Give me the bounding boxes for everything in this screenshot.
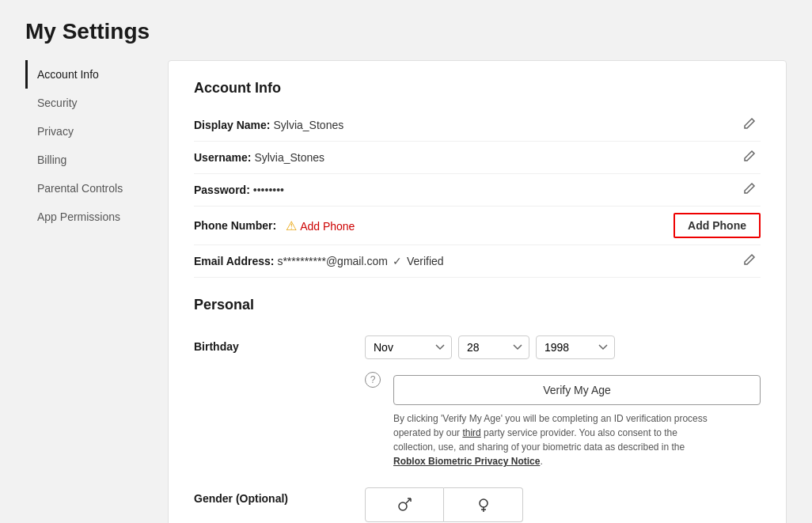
password-row: Password: •••••••• bbox=[194, 174, 761, 207]
sidebar-item-account-info[interactable]: Account Info bbox=[25, 60, 168, 89]
svg-line-1 bbox=[406, 498, 411, 503]
sidebar-item-app-permissions[interactable]: App Permissions bbox=[25, 203, 168, 231]
phone-warning-area: ⚠ Add Phone bbox=[286, 218, 355, 233]
password-edit-button[interactable] bbox=[738, 180, 761, 199]
biometric-notice-link[interactable]: Roblox Biometric Privacy Notice bbox=[393, 456, 540, 467]
birthday-year-select[interactable]: 1998 bbox=[536, 335, 615, 359]
add-phone-link[interactable]: Add Phone bbox=[300, 220, 355, 233]
gender-male-button[interactable] bbox=[365, 487, 444, 522]
username-label: Username: bbox=[194, 151, 251, 164]
account-info-title: Account Info bbox=[194, 80, 761, 97]
birthday-month-select[interactable]: Nov JanFebMarApr MayJunJulAug SepOctDec bbox=[365, 335, 452, 359]
email-edit-button[interactable] bbox=[738, 252, 761, 271]
personal-section-title: Personal bbox=[194, 297, 761, 313]
verified-checkmark-icon: ✓ bbox=[393, 255, 402, 267]
birthday-selects: Nov JanFebMarApr MayJunJulAug SepOctDec … bbox=[365, 335, 761, 359]
password-label: Password: bbox=[194, 184, 250, 196]
display-name-row: Display Name: Sylvia_Stones bbox=[194, 109, 761, 142]
gender-controls bbox=[365, 487, 761, 522]
edit-icon bbox=[743, 117, 756, 130]
phone-label: Phone Number: bbox=[194, 219, 276, 232]
gender-label: Gender (Optional) bbox=[194, 487, 352, 505]
verify-disclaimer-text: By clicking 'Verify My Age' you will be … bbox=[393, 411, 710, 468]
gender-row: Gender (Optional) bbox=[194, 478, 761, 523]
username-value: Sylvia_Stones bbox=[254, 151, 324, 164]
svg-point-0 bbox=[399, 502, 407, 510]
page-wrapper: My Settings Account Info Security Privac… bbox=[0, 0, 812, 523]
female-icon bbox=[475, 496, 492, 514]
email-row: Email Address: s**********@gmail.com ✓ V… bbox=[194, 245, 761, 278]
email-value-area: s**********@gmail.com ✓ Verified bbox=[277, 255, 443, 267]
email-value: s**********@gmail.com bbox=[277, 255, 388, 267]
sidebar-item-privacy[interactable]: Privacy bbox=[25, 117, 168, 146]
sidebar: Account Info Security Privacy Billing Pa… bbox=[25, 60, 168, 523]
phone-label-area: Phone Number: ⚠ Add Phone bbox=[194, 218, 355, 233]
gender-female-button[interactable] bbox=[444, 487, 523, 522]
display-name-label: Display Name: bbox=[194, 119, 270, 131]
sidebar-item-billing[interactable]: Billing bbox=[25, 146, 168, 174]
email-label: Email Address: bbox=[194, 255, 274, 267]
warning-triangle-icon: ⚠ bbox=[286, 219, 297, 233]
display-name-value: Sylvia_Stones bbox=[273, 119, 343, 131]
sidebar-item-parental-controls[interactable]: Parental Controls bbox=[25, 174, 168, 203]
phone-row: Phone Number: ⚠ Add Phone Add Phone bbox=[194, 207, 761, 245]
male-icon bbox=[396, 496, 413, 514]
question-icon[interactable]: ? bbox=[365, 372, 381, 388]
edit-icon bbox=[743, 253, 756, 266]
birthday-controls: Nov JanFebMarApr MayJunJulAug SepOctDec … bbox=[365, 335, 761, 468]
display-name-edit-button[interactable] bbox=[738, 116, 761, 135]
content-layout: Account Info Security Privacy Billing Pa… bbox=[25, 60, 787, 523]
svg-point-4 bbox=[480, 499, 488, 507]
third-party-link[interactable]: third bbox=[462, 427, 480, 438]
edit-icon bbox=[743, 182, 756, 195]
birthday-row: Birthday Nov JanFebMarApr MayJunJulAug S… bbox=[194, 326, 761, 478]
edit-icon bbox=[743, 150, 756, 162]
verified-text: Verified bbox=[407, 255, 444, 267]
password-value: •••••••• bbox=[253, 184, 284, 196]
add-phone-button[interactable]: Add Phone bbox=[674, 213, 761, 238]
username-row: Username: Sylvia_Stones bbox=[194, 142, 761, 174]
personal-section: Personal Birthday Nov JanFebMarApr MayJu… bbox=[194, 297, 761, 523]
birthday-day-select[interactable]: 28 for(let i=1;i<=31;i++){if(i!==28)docu… bbox=[458, 335, 529, 359]
verify-age-button[interactable]: Verify My Age bbox=[393, 375, 761, 405]
sidebar-item-security[interactable]: Security bbox=[25, 89, 168, 117]
birthday-label: Birthday bbox=[194, 335, 352, 353]
page-title: My Settings bbox=[25, 19, 787, 44]
main-content: Account Info Display Name: Sylvia_Stones… bbox=[168, 60, 787, 523]
gender-buttons bbox=[365, 487, 761, 522]
verify-age-area: ? Verify My Age By clicking 'Verify My A… bbox=[365, 367, 761, 468]
verify-age-content: Verify My Age By clicking 'Verify My Age… bbox=[393, 367, 761, 468]
username-edit-button[interactable] bbox=[738, 148, 761, 167]
